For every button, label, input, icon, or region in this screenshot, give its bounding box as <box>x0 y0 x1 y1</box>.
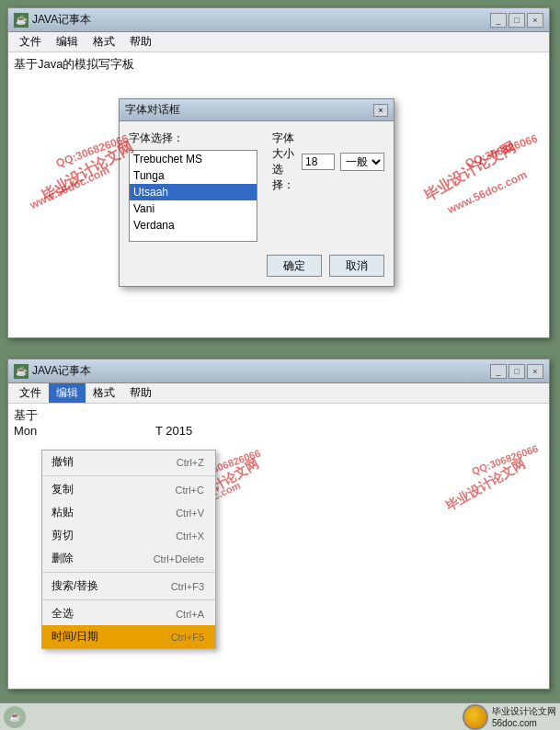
bottom-window-title: JAVA记事本 <box>32 363 490 379</box>
menu-edit[interactable]: 编辑 <box>49 32 86 51</box>
ctx-sep-1 <box>42 475 215 476</box>
bottom-content-mon: Mon <box>14 424 37 438</box>
ctx-datetime[interactable]: 时间/日期 Ctrl+F5 <box>42 625 215 648</box>
menu-help[interactable]: 帮助 <box>122 32 159 51</box>
taskbar-icon[interactable]: ☕ <box>4 706 26 728</box>
bottom-menu-edit[interactable]: 编辑 <box>49 383 86 403</box>
ctx-sep-2 <box>42 572 215 573</box>
menu-format[interactable]: 格式 <box>86 32 122 51</box>
bottom-menubar: 文件 编辑 格式 帮助 <box>8 383 549 404</box>
dialog-close-button[interactable]: × <box>373 104 388 117</box>
top-window: ☕ JAVA记事本 _ □ × 文件 编辑 格式 帮助 基于Java的模拟写字板… <box>7 7 550 338</box>
top-menubar: 文件 编辑 格式 帮助 <box>8 32 549 52</box>
ctx-delete[interactable]: 删除 Ctrl+Delete <box>42 547 215 570</box>
ctx-copy[interactable]: 复制 Ctrl+C <box>42 478 215 501</box>
bottom-window-controls: _ □ × <box>490 364 543 379</box>
size-label: 字体大小选择： 一般 <box>272 131 384 193</box>
font-item-vani[interactable]: Vani <box>130 200 257 217</box>
ctx-cut[interactable]: 剪切 Ctrl+X <box>42 524 215 547</box>
font-item-tunga[interactable]: Tunga <box>130 167 257 184</box>
logo-sub-text: 56doc.com <box>492 718 556 728</box>
bottom-menu-help[interactable]: 帮助 <box>122 383 159 403</box>
font-style-select[interactable]: 一般 <box>340 153 384 171</box>
dialog-body: 字体选择： Trebuchet MS Tunga Utsaah Vani Ver… <box>120 121 394 286</box>
dialog-font-section: 字体选择： Trebuchet MS Tunga Utsaah Vani Ver… <box>129 131 257 242</box>
menu-file[interactable]: 文件 <box>12 32 49 51</box>
ctx-search[interactable]: 搜索/替换 Ctrl+F3 <box>42 575 215 598</box>
bottom-content-date: T 2015 <box>155 424 192 438</box>
logo-circle-icon <box>463 704 488 730</box>
bottom-titlebar: ☕ JAVA记事本 _ □ × <box>8 359 549 383</box>
top-window-icon: ☕ <box>14 13 29 28</box>
logo-text-block: 毕业设计论文网 56doc.com <box>492 705 556 728</box>
bottom-close-button[interactable]: × <box>527 364 543 379</box>
top-titlebar: ☕ JAVA记事本 _ □ × <box>8 8 549 32</box>
watermark-5: QQ:306826066 <box>463 131 540 169</box>
bottom-menu-file[interactable]: 文件 <box>12 383 49 403</box>
bottom-minimize-button[interactable]: _ <box>490 364 507 379</box>
taskbar-logo: 毕业设计论文网 56doc.com <box>463 704 556 730</box>
font-item-verdana[interactable]: Verdana <box>130 217 257 234</box>
top-window-controls: _ □ × <box>490 13 543 28</box>
font-size-input[interactable] <box>302 154 335 170</box>
taskbar: ☕ 毕业设计论文网 56doc.com <box>0 702 560 730</box>
top-content: 基于Java的模拟写字板 字体对话框 × 字体选择： Trebuchet MS … <box>8 52 549 337</box>
top-window-title: JAVA记事本 <box>32 12 490 28</box>
dialog-titlebar: 字体对话框 × <box>120 99 394 121</box>
watermark-6: www.56doc.com <box>446 168 530 216</box>
font-listbox[interactable]: Trebuchet MS Tunga Utsaah Vani Verdana <box>129 150 257 242</box>
ctx-sep-3 <box>42 599 215 600</box>
dialog-buttons: 确定 取消 <box>129 255 384 277</box>
watermark-4: 毕业设计论文网 <box>420 138 519 206</box>
ctx-selectall[interactable]: 全选 Ctrl+A <box>42 602 215 625</box>
content-text: 基于Java的模拟写字板 <box>14 56 543 73</box>
bottom-maximize-button[interactable]: □ <box>509 364 525 379</box>
font-label: 字体选择： <box>129 131 257 146</box>
watermark-2: www.56doc.com <box>28 164 111 211</box>
wm-bot-5: QQ:306826066 <box>470 442 539 476</box>
bottom-menu-format[interactable]: 格式 <box>86 383 122 403</box>
maximize-button[interactable]: □ <box>509 13 525 28</box>
cancel-button[interactable]: 取消 <box>329 255 384 277</box>
bottom-content-text: 基于 <box>14 407 543 424</box>
ctx-paste[interactable]: 粘贴 Ctrl+V <box>42 501 215 524</box>
dialog-size-section: 字体大小选择： 一般 <box>272 131 384 242</box>
bottom-window: ☕ JAVA记事本 _ □ × 文件 编辑 格式 帮助 基于 Mon T 201… <box>7 359 550 690</box>
minimize-button[interactable]: _ <box>490 13 507 28</box>
font-dialog: 字体对话框 × 字体选择： Trebuchet MS Tunga Utsaah … <box>119 98 394 287</box>
dialog-cols: 字体选择： Trebuchet MS Tunga Utsaah Vani Ver… <box>129 131 384 242</box>
bottom-window-icon: ☕ <box>14 364 29 379</box>
ok-button[interactable]: 确定 <box>267 255 322 277</box>
dialog-title: 字体对话框 <box>125 102 373 118</box>
font-item-utsaah[interactable]: Utsaah <box>130 184 257 200</box>
logo-main-text: 毕业设计论文网 <box>492 705 556 718</box>
wm-bot-4: 毕业设计论文网 <box>442 456 529 516</box>
close-button[interactable]: × <box>527 13 543 28</box>
ctx-undo[interactable]: 撤销 Ctrl+Z <box>42 451 215 473</box>
bottom-content: 基于 Mon T 2015 撤销 Ctrl+Z 复制 Ctrl+C 粘贴 Ctr… <box>8 404 549 689</box>
font-item-trebuchet[interactable]: Trebuchet MS <box>130 151 257 167</box>
context-menu: 撤销 Ctrl+Z 复制 Ctrl+C 粘贴 Ctrl+V 剪切 Ctrl+X … <box>41 450 216 649</box>
